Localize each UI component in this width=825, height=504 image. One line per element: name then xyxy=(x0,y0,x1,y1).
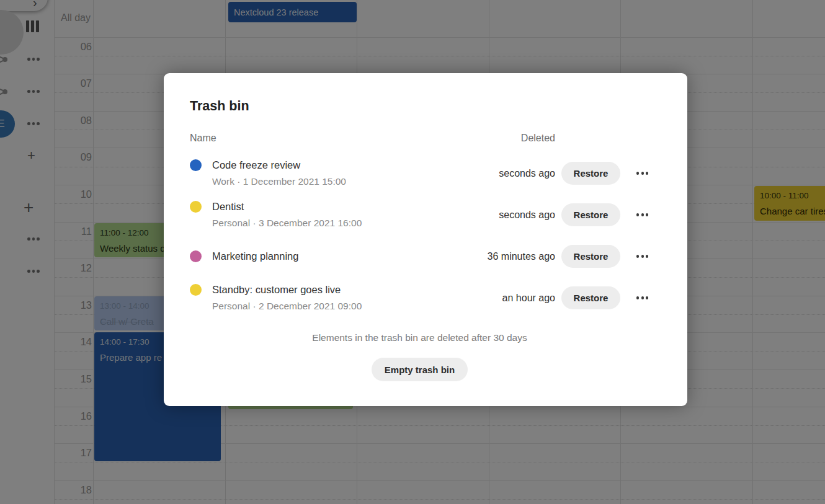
table-row: Standby: customer goes live Personal · 2… xyxy=(190,277,649,319)
deleted-time: seconds ago xyxy=(462,168,555,179)
calendar-color-dot xyxy=(190,201,202,213)
deleted-item-title: Code freeze review xyxy=(212,159,300,171)
table-row: Marketing planning 36 minutes ago Restor… xyxy=(190,236,649,277)
calendar-color-dot xyxy=(190,250,202,262)
deleted-item-title: Standby: customer goes live xyxy=(212,284,341,296)
table-row: Dentist Personal · 3 December 2021 16:00… xyxy=(190,194,649,236)
row-more-menu-icon[interactable] xyxy=(636,296,649,299)
row-more-menu-icon[interactable] xyxy=(636,213,649,216)
restore-button[interactable]: Restore xyxy=(561,286,620,309)
restore-button[interactable]: Restore xyxy=(561,162,620,185)
deleted-item-title: Dentist xyxy=(212,201,244,213)
row-more-menu-icon[interactable] xyxy=(636,255,649,257)
column-header-name: Name xyxy=(190,133,216,143)
empty-trash-bin-button[interactable]: Empty trash bin xyxy=(372,358,468,381)
restore-button[interactable]: Restore xyxy=(561,245,620,268)
deleted-item-subtitle: Personal · 3 December 2021 16:00 xyxy=(212,218,462,229)
deleted-item-title: Marketing planning xyxy=(212,250,298,262)
row-more-menu-icon[interactable] xyxy=(636,172,649,174)
restore-button[interactable]: Restore xyxy=(561,203,620,226)
table-row: Code freeze review Work · 1 December 202… xyxy=(190,153,649,194)
column-header-deleted: Deleted xyxy=(521,133,555,143)
app-window: All day 06070809101112131415161718 Nextc… xyxy=(0,0,825,504)
deleted-item-subtitle: Work · 1 December 2021 15:00 xyxy=(212,176,462,187)
modal-title: Trash bin xyxy=(190,99,649,113)
table-header: Name Deleted xyxy=(190,133,649,143)
trash-rows: Code freeze review Work · 1 December 202… xyxy=(190,153,649,319)
trash-bin-modal: Trash bin Name Deleted Code freeze revie… xyxy=(164,73,687,406)
deleted-time: seconds ago xyxy=(462,210,555,221)
calendar-color-dot xyxy=(190,284,202,296)
deleted-time: an hour ago xyxy=(462,293,555,304)
deleted-time: 36 minutes ago xyxy=(462,251,555,262)
deleted-item-subtitle: Personal · 2 December 2021 09:00 xyxy=(212,301,462,312)
retention-note: Elements in the trash bin are deleted af… xyxy=(190,332,649,343)
calendar-color-dot xyxy=(190,159,202,171)
